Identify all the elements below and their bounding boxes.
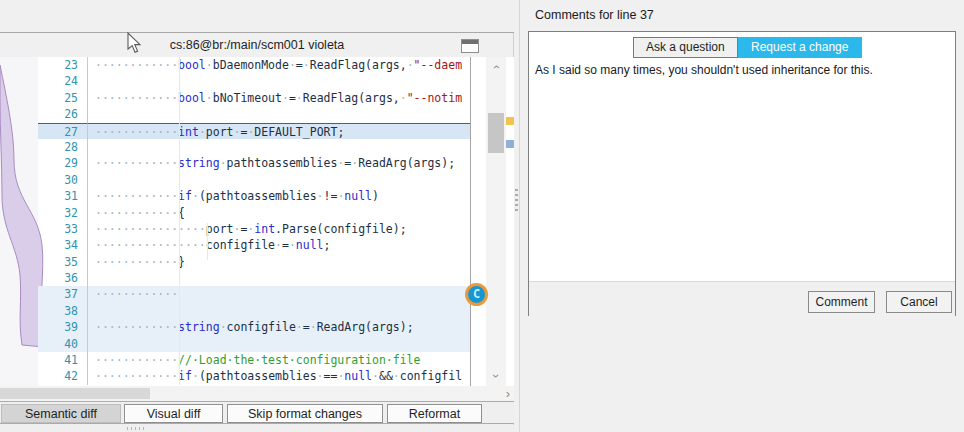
code-line[interactable]: 26 (0, 106, 470, 122)
code-line[interactable]: 33················port·=·int.Parse(confi… (0, 221, 470, 237)
code-text: ············bool·bDaemonMode·=·ReadFlag(… (88, 57, 470, 73)
diff-toolbar: Semantic diffVisual diffSkip format chan… (0, 401, 514, 424)
diff-panel: cs:86@br:/main/scm001 violeta 23········… (0, 0, 514, 432)
code-line-margin (0, 139, 38, 155)
line-number: 27 (38, 123, 88, 139)
code-text: ············bool·bNoTimeout·=·ReadFlag(a… (88, 90, 470, 106)
code-line-margin (0, 286, 38, 302)
bottom-splitter[interactable] (0, 425, 514, 432)
code-line[interactable]: 23············bool·bDaemonMode·=·ReadFla… (0, 57, 470, 73)
code-area-border (470, 57, 471, 386)
code-line[interactable]: 36 (0, 270, 470, 286)
code-text: ············if·(pathtoassemblies·!=·null… (88, 188, 470, 204)
skip-format-changes-button[interactable]: Skip format changes (227, 404, 383, 423)
cancel-button[interactable]: Cancel (886, 291, 952, 313)
code-text: ············//·Load·the·test·configurati… (88, 352, 470, 368)
vertical-scrollbar-thumb[interactable] (488, 113, 504, 153)
comment-button[interactable]: Comment (808, 291, 875, 313)
code-line[interactable]: 28 (0, 139, 470, 155)
code-line-margin (0, 90, 38, 106)
splitter-grip-icon (515, 186, 518, 214)
tab-ask-a-question[interactable]: Ask a question (633, 37, 738, 58)
line-number: 30 (38, 172, 88, 188)
splitter-grip-icon (127, 427, 144, 432)
code-text (88, 139, 470, 155)
code-line-margin (0, 57, 38, 73)
indent-guide (207, 223, 208, 260)
code-text: ············} (88, 254, 470, 270)
comment-box-footer: Comment Cancel (529, 281, 955, 316)
vertical-scrollbar[interactable]: › › (486, 57, 506, 386)
code-line[interactable]: 37············ string·preloadTestRunners… (0, 286, 470, 302)
code-line[interactable]: 24 (0, 73, 470, 89)
top-toolbar-strip (0, 0, 514, 33)
code-text (88, 106, 470, 122)
code-line-margin (0, 319, 38, 335)
code-line-margin (0, 188, 38, 204)
line-number: 31 (38, 188, 88, 204)
code-text: ············{ (88, 205, 470, 221)
horizontal-scrollbar-thumb[interactable] (0, 388, 150, 399)
visual-diff-button[interactable]: Visual diff (124, 404, 223, 423)
comment-text[interactable]: As I said so many times, you shouldn't u… (535, 63, 949, 77)
code-text: ············string·configfile·=·ReadArg(… (88, 319, 470, 335)
code-text: ············if·(pathtoassemblies·==·null… (88, 368, 470, 384)
code-line[interactable]: 32············{ (0, 205, 470, 221)
code-text (88, 336, 470, 352)
line-number: 34 (38, 237, 88, 253)
line-number: 26 (38, 106, 88, 122)
code-line-margin (0, 254, 38, 270)
code-line[interactable]: 42············if·(pathtoassemblies·==·nu… (0, 368, 470, 384)
code-line[interactable]: 34················configfile·=·null; (0, 237, 470, 253)
tab-request-a-change[interactable]: Request a change (738, 37, 862, 58)
code-text: ················configfile·=·null; (88, 237, 470, 253)
revision-title: cs:86@br:/main/scm001 violeta (0, 34, 514, 57)
code-line[interactable]: 40 (0, 336, 470, 352)
code-line-margin (0, 221, 38, 237)
code-line[interactable]: 25············bool·bNoTimeout·=·ReadFlag… (0, 90, 470, 106)
code-text (88, 303, 470, 319)
code-line[interactable]: 41············//·Load·the·test·configura… (0, 352, 470, 368)
code-line[interactable]: 31············if·(pathtoassemblies·!=·nu… (0, 188, 470, 204)
line-number: 41 (38, 352, 88, 368)
line-number: 23 (38, 57, 88, 73)
line-number: 24 (38, 73, 88, 89)
line-number: 25 (38, 90, 88, 106)
code-line-margin (0, 336, 38, 352)
horizontal-scrollbar[interactable]: › (0, 386, 514, 401)
scroll-up-icon[interactable]: › (486, 59, 506, 75)
reformat-button[interactable]: Reformat (387, 404, 482, 423)
scroll-down-icon[interactable]: › (486, 368, 506, 384)
code-line-margin (0, 73, 38, 89)
code-line-margin (0, 205, 38, 221)
code-line-margin (0, 123, 38, 139)
code-text: ················port·=·int.Parse(configf… (88, 221, 470, 237)
comment-box: Ask a questionRequest a change As I said… (528, 31, 956, 316)
code-line-margin (0, 352, 38, 368)
code-text (88, 73, 470, 89)
code-line[interactable]: 35············} (0, 254, 470, 270)
code-line-margin (0, 368, 38, 384)
code-text: ············string·pathtoassemblies·=·Re… (88, 155, 470, 171)
code-text: ············ string·preloadTestRunners·=… (88, 286, 470, 302)
code-line-margin (0, 270, 38, 286)
code-text: ············int·port·=·DEFAULT_PORT; (88, 123, 470, 139)
code-line[interactable]: 29············string·pathtoassemblies·=·… (0, 155, 470, 171)
comments-panel-title: Comments for line 37 (535, 8, 654, 22)
line-number: 29 (38, 155, 88, 171)
comment-badge[interactable]: C (465, 283, 488, 306)
line-number: 38 (38, 303, 88, 319)
line-number: 42 (38, 368, 88, 384)
code-line[interactable]: 30 (0, 172, 470, 188)
code-line[interactable]: 38 (0, 303, 470, 319)
maximize-window-icon[interactable] (461, 39, 479, 53)
scroll-right-icon[interactable]: › (506, 386, 510, 401)
code-line[interactable]: 39············string·configfile·=·ReadAr… (0, 319, 470, 335)
code-text (88, 270, 470, 286)
semantic-diff-button[interactable]: Semantic diff (1, 404, 121, 423)
code-line[interactable]: 27············int·port·=·DEFAULT_PORT; (0, 123, 470, 139)
code-line-margin (0, 237, 38, 253)
line-number: 37 (38, 286, 88, 302)
line-number: 36 (38, 270, 88, 286)
indent-guide (179, 57, 180, 385)
